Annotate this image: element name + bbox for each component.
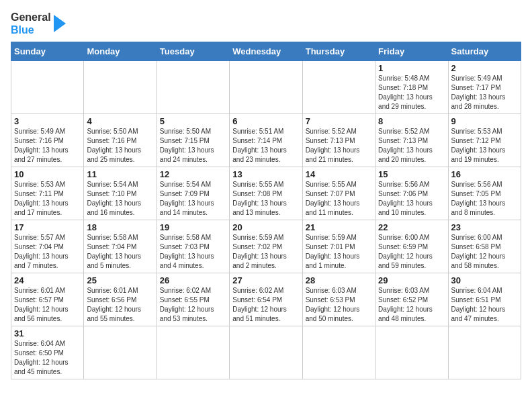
day-info: Sunrise: 5:50 AM Sunset: 7:15 PM Dayligh…: [160, 127, 226, 165]
day-info: Sunrise: 6:03 AM Sunset: 6:53 PM Dayligh…: [306, 286, 372, 324]
calendar-day-cell: 11Sunrise: 5:54 AM Sunset: 7:10 PM Dayli…: [84, 167, 157, 220]
day-info: Sunrise: 6:01 AM Sunset: 6:56 PM Dayligh…: [87, 286, 153, 324]
day-number: 2: [451, 63, 518, 73]
day-info: Sunrise: 6:03 AM Sunset: 6:52 PM Dayligh…: [378, 286, 445, 324]
day-number: 23: [451, 222, 518, 232]
day-number: 6: [232, 116, 299, 126]
day-info: Sunrise: 5:48 AM Sunset: 7:18 PM Dayligh…: [378, 74, 445, 111]
calendar-day-cell: [448, 326, 521, 379]
day-number: 29: [378, 275, 445, 285]
day-info: Sunrise: 5:59 AM Sunset: 7:02 PM Dayligh…: [232, 233, 299, 271]
day-number: 18: [87, 222, 153, 232]
day-info: Sunrise: 6:01 AM Sunset: 6:57 PM Dayligh…: [14, 286, 81, 324]
day-number: 28: [306, 275, 372, 285]
day-number: 31: [14, 328, 81, 338]
day-number: 19: [160, 222, 226, 232]
calendar-day-cell: 21Sunrise: 5:59 AM Sunset: 7:01 PM Dayli…: [302, 220, 375, 273]
calendar-week-row: 10Sunrise: 5:53 AM Sunset: 7:11 PM Dayli…: [11, 167, 521, 220]
calendar-week-row: 3Sunrise: 5:49 AM Sunset: 7:16 PM Daylig…: [11, 114, 521, 167]
calendar-day-cell: 4Sunrise: 5:50 AM Sunset: 7:16 PM Daylig…: [84, 114, 157, 167]
day-number: 5: [160, 116, 226, 126]
day-info: Sunrise: 5:59 AM Sunset: 7:01 PM Dayligh…: [306, 233, 372, 271]
day-info: Sunrise: 5:50 AM Sunset: 7:16 PM Dayligh…: [87, 127, 153, 165]
calendar-day-cell: 12Sunrise: 5:54 AM Sunset: 7:09 PM Dayli…: [157, 167, 229, 220]
calendar-day-cell: [302, 61, 375, 114]
day-info: Sunrise: 6:04 AM Sunset: 6:50 PM Dayligh…: [14, 339, 81, 377]
page-header: GeneralBlue: [11, 11, 521, 36]
calendar-day-cell: 24Sunrise: 6:01 AM Sunset: 6:57 PM Dayli…: [11, 273, 84, 326]
calendar-day-cell: 6Sunrise: 5:51 AM Sunset: 7:14 PM Daylig…: [230, 114, 302, 167]
calendar-day-cell: 31Sunrise: 6:04 AM Sunset: 6:50 PM Dayli…: [11, 326, 84, 379]
day-info: Sunrise: 5:55 AM Sunset: 7:07 PM Dayligh…: [306, 180, 372, 218]
day-number: 27: [232, 275, 299, 285]
calendar-day-cell: 25Sunrise: 6:01 AM Sunset: 6:56 PM Dayli…: [84, 273, 157, 326]
svg-marker-0: [54, 15, 66, 32]
day-info: Sunrise: 5:49 AM Sunset: 7:16 PM Dayligh…: [14, 127, 81, 165]
weekday-header: Saturday: [448, 42, 521, 61]
calendar-header-row: SundayMondayTuesdayWednesdayThursdayFrid…: [11, 42, 521, 61]
weekday-header: Tuesday: [157, 42, 229, 61]
calendar-day-cell: [302, 326, 375, 379]
calendar-week-row: 31Sunrise: 6:04 AM Sunset: 6:50 PM Dayli…: [11, 326, 521, 379]
calendar-day-cell: 19Sunrise: 5:58 AM Sunset: 7:03 PM Dayli…: [157, 220, 229, 273]
calendar-day-cell: 9Sunrise: 5:53 AM Sunset: 7:12 PM Daylig…: [448, 114, 521, 167]
day-number: 7: [306, 116, 372, 126]
day-info: Sunrise: 6:02 AM Sunset: 6:54 PM Dayligh…: [232, 286, 299, 324]
weekday-header: Friday: [375, 42, 448, 61]
day-number: 25: [87, 275, 153, 285]
day-info: Sunrise: 5:56 AM Sunset: 7:05 PM Dayligh…: [451, 180, 518, 218]
calendar-week-row: 24Sunrise: 6:01 AM Sunset: 6:57 PM Dayli…: [11, 273, 521, 326]
day-number: 26: [160, 275, 226, 285]
calendar-day-cell: 23Sunrise: 6:00 AM Sunset: 6:58 PM Dayli…: [448, 220, 521, 273]
day-info: Sunrise: 5:54 AM Sunset: 7:09 PM Dayligh…: [160, 180, 226, 218]
day-info: Sunrise: 6:02 AM Sunset: 6:55 PM Dayligh…: [160, 286, 226, 324]
calendar-day-cell: 17Sunrise: 5:57 AM Sunset: 7:04 PM Dayli…: [11, 220, 84, 273]
day-number: 1: [378, 63, 445, 73]
day-info: Sunrise: 6:00 AM Sunset: 6:58 PM Dayligh…: [451, 233, 518, 271]
day-number: 12: [160, 169, 226, 179]
calendar-day-cell: 7Sunrise: 5:52 AM Sunset: 7:13 PM Daylig…: [302, 114, 375, 167]
day-info: Sunrise: 5:55 AM Sunset: 7:08 PM Dayligh…: [232, 180, 299, 218]
day-info: Sunrise: 5:58 AM Sunset: 7:04 PM Dayligh…: [87, 233, 153, 271]
calendar-week-row: 1Sunrise: 5:48 AM Sunset: 7:18 PM Daylig…: [11, 61, 521, 114]
logo-text: GeneralBlue: [11, 11, 51, 36]
day-info: Sunrise: 5:49 AM Sunset: 7:17 PM Dayligh…: [451, 74, 518, 111]
calendar-day-cell: [375, 326, 448, 379]
day-info: Sunrise: 5:52 AM Sunset: 7:13 PM Dayligh…: [378, 127, 445, 165]
weekday-header: Monday: [84, 42, 157, 61]
calendar-day-cell: 5Sunrise: 5:50 AM Sunset: 7:15 PM Daylig…: [157, 114, 229, 167]
day-info: Sunrise: 5:58 AM Sunset: 7:03 PM Dayligh…: [160, 233, 226, 271]
calendar-week-row: 17Sunrise: 5:57 AM Sunset: 7:04 PM Dayli…: [11, 220, 521, 273]
calendar-day-cell: [11, 61, 84, 114]
day-number: 4: [87, 116, 153, 126]
day-number: 8: [378, 116, 445, 126]
calendar-day-cell: [230, 326, 302, 379]
calendar-day-cell: [84, 61, 157, 114]
weekday-header: Wednesday: [230, 42, 302, 61]
calendar-day-cell: 2Sunrise: 5:49 AM Sunset: 7:17 PM Daylig…: [448, 61, 521, 114]
day-number: 17: [14, 222, 81, 232]
day-number: 21: [306, 222, 372, 232]
day-number: 11: [87, 169, 153, 179]
calendar-table: SundayMondayTuesdayWednesdayThursdayFrid…: [11, 42, 521, 379]
day-info: Sunrise: 5:51 AM Sunset: 7:14 PM Dayligh…: [232, 127, 299, 165]
calendar-day-cell: [157, 61, 229, 114]
day-number: 15: [378, 169, 445, 179]
calendar-day-cell: 15Sunrise: 5:56 AM Sunset: 7:06 PM Dayli…: [375, 167, 448, 220]
day-number: 20: [232, 222, 299, 232]
day-number: 24: [14, 275, 81, 285]
calendar-day-cell: 18Sunrise: 5:58 AM Sunset: 7:04 PM Dayli…: [84, 220, 157, 273]
day-number: 16: [451, 169, 518, 179]
calendar-day-cell: 13Sunrise: 5:55 AM Sunset: 7:08 PM Dayli…: [230, 167, 302, 220]
day-info: Sunrise: 5:52 AM Sunset: 7:13 PM Dayligh…: [306, 127, 372, 165]
calendar-day-cell: 16Sunrise: 5:56 AM Sunset: 7:05 PM Dayli…: [448, 167, 521, 220]
day-info: Sunrise: 6:00 AM Sunset: 6:59 PM Dayligh…: [378, 233, 445, 271]
day-info: Sunrise: 5:53 AM Sunset: 7:11 PM Dayligh…: [14, 180, 81, 218]
calendar-day-cell: 29Sunrise: 6:03 AM Sunset: 6:52 PM Dayli…: [375, 273, 448, 326]
calendar-day-cell: 30Sunrise: 6:04 AM Sunset: 6:51 PM Dayli…: [448, 273, 521, 326]
day-number: 10: [14, 169, 81, 179]
day-number: 22: [378, 222, 445, 232]
day-number: 14: [306, 169, 372, 179]
calendar-day-cell: 27Sunrise: 6:02 AM Sunset: 6:54 PM Dayli…: [230, 273, 302, 326]
day-number: 13: [232, 169, 299, 179]
